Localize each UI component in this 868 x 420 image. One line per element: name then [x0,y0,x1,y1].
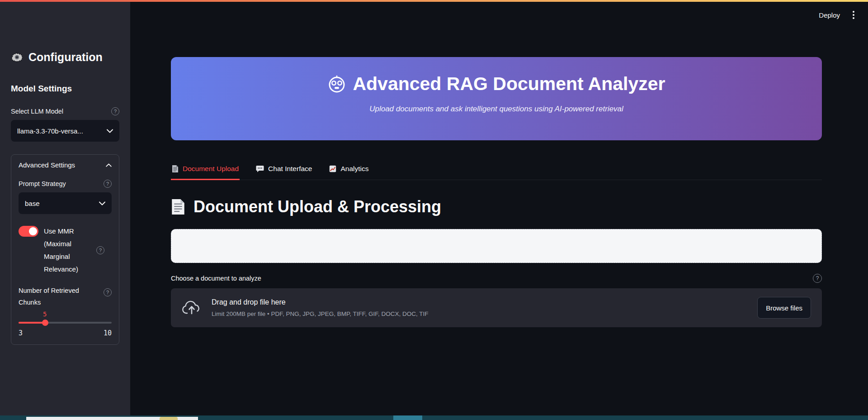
file-uploader-dropzone[interactable]: Drag and drop file here Limit 200MB per … [171,288,822,327]
status-gradient-bar [0,0,868,2]
prompt-strategy-select[interactable]: base [19,192,112,214]
slider-max: 10 [104,329,112,337]
advanced-settings-header[interactable]: Advanced Settings [19,161,112,169]
tab-label: Chat Interface [268,165,312,173]
slider-thumb[interactable] [42,320,48,326]
help-icon[interactable]: ? [96,246,104,254]
kebab-menu-icon[interactable] [851,9,856,21]
section-heading-label: Document Upload & Processing [193,197,441,216]
help-icon[interactable]: ? [813,274,822,283]
chat-bubble-icon [256,165,264,172]
mmr-toggle-row: Use MMR (Maximal Marginal Relevance) ? [19,225,112,276]
uploader-label: Choose a document to analyze [171,275,261,282]
advanced-settings-label: Advanced Settings [19,161,75,169]
chart-icon [329,165,336,172]
bottom-window-sliver [26,417,198,420]
chunks-slider-label: Number of Retrieved Chunks [19,285,86,308]
chevron-up-icon [106,163,112,167]
header-toolbar: Deploy [819,9,856,21]
main-content: Advanced RAG Document Analyzer Upload do… [171,0,822,327]
cloud-upload-icon [182,300,202,316]
gear-icon [11,51,23,63]
document-icon [171,198,185,215]
help-icon[interactable]: ? [104,288,112,296]
app-banner: Advanced RAG Document Analyzer Upload do… [171,57,822,140]
bottom-window-sliver-blob [160,417,178,420]
mmr-toggle-label: Use MMR (Maximal Marginal Relevance) [44,225,91,276]
tab-document-upload[interactable]: Document Upload [171,161,240,180]
chevron-down-icon [107,129,113,133]
mmr-toggle[interactable] [19,226,38,237]
slider-fill [19,322,45,324]
document-icon [172,165,179,173]
browse-files-button[interactable]: Browse files [757,297,811,319]
model-settings-heading: Model Settings [11,84,119,94]
drag-drop-text: Drag and drop file here [212,298,757,306]
llm-model-label: Select LLM Model [11,108,63,115]
chevron-down-icon [99,201,105,205]
prompt-strategy-value: base [25,200,40,207]
chunks-slider: 5 3 10 [19,310,112,337]
tab-analytics[interactable]: Analytics [328,161,369,180]
deploy-button[interactable]: Deploy [819,11,840,19]
slider-min: 3 [19,329,23,337]
sidebar: Configuration Model Settings Select LLM … [0,2,130,420]
help-icon[interactable]: ? [111,107,119,115]
advanced-settings-expander: Advanced Settings Prompt Strategy ? base… [11,154,119,345]
tab-chat-interface[interactable]: Chat Interface [255,161,313,180]
llm-model-value: llama-3.3-70b-versa... [17,127,83,135]
empty-info-box [171,229,822,263]
section-heading: Document Upload & Processing [171,197,822,216]
upload-limit-text: Limit 200MB per file • PDF, PNG, JPG, JP… [212,310,757,317]
sidebar-title: Configuration [11,51,119,64]
tab-label: Document Upload [183,165,239,173]
help-icon[interactable]: ? [104,180,112,188]
banner-subtitle: Upload documents and ask intelligent que… [171,105,822,114]
robot-icon [327,75,346,94]
sidebar-title-label: Configuration [28,51,103,64]
llm-model-select[interactable]: llama-3.3-70b-versa... [11,120,119,142]
prompt-strategy-label: Prompt Strategy [19,180,66,187]
tab-label: Analytics [340,165,368,173]
slider-track[interactable] [19,322,112,324]
slider-value: 5 [43,310,47,318]
tab-bar: Document Upload Chat Interface Analyti [171,161,822,180]
banner-title: Advanced RAG Document Analyzer [353,73,665,95]
bottom-edge-bar-highlight [393,415,422,420]
